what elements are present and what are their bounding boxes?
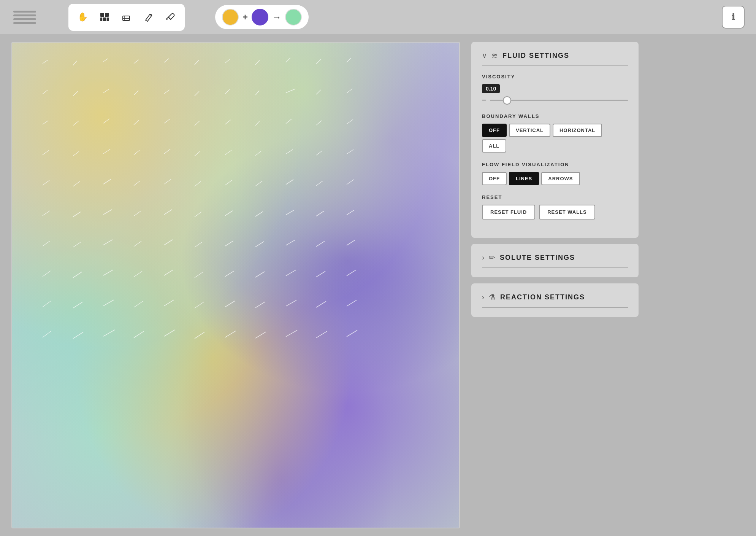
tool-group: ✋ xyxy=(68,4,185,31)
logo-waves xyxy=(13,11,36,24)
boundary-all-button[interactable]: ALL xyxy=(482,139,506,153)
boundary-walls-group: BOUNDARY WALLS OFF VERTICAL HORIZONTAL A… xyxy=(482,113,628,153)
pencil-icon xyxy=(144,12,154,22)
reaction-settings-header: › ⚗ REACTION SETTINGS xyxy=(482,293,628,308)
color2-circle[interactable] xyxy=(252,9,268,25)
viscosity-slider-container: − xyxy=(482,96,628,104)
boundary-vertical-button[interactable]: VERTICAL xyxy=(509,124,550,137)
wall-icon xyxy=(100,12,109,22)
solute-settings-icon: ✏ xyxy=(489,253,495,262)
eraser-tool-button[interactable] xyxy=(117,7,136,28)
boundary-walls-label: BOUNDARY WALLS xyxy=(482,113,628,119)
reaction-settings-icon: ⚗ xyxy=(489,293,496,302)
flow-field-buttons: OFF LINES ARROWS xyxy=(482,172,628,185)
svg-line-9 xyxy=(167,17,168,18)
flow-off-button[interactable]: OFF xyxy=(482,172,507,185)
right-panel: ∨ ≋ FLUID SETTINGS VISCOSITY 0.10 − BOUN… xyxy=(471,42,639,528)
reset-buttons: RESET FLUID RESET WALLS xyxy=(482,205,628,219)
pencil-tool-button[interactable] xyxy=(139,7,158,28)
fluid-settings-icon: ≋ xyxy=(491,51,498,60)
solute-settings-chevron[interactable]: › xyxy=(482,254,484,262)
color-plus-icon: + xyxy=(242,12,248,22)
canvas-container[interactable] xyxy=(11,42,460,528)
flow-lines-button[interactable]: LINES xyxy=(509,172,539,185)
reaction-settings-title: REACTION SETTINGS xyxy=(500,293,585,301)
viscosity-slider[interactable] xyxy=(490,100,628,101)
flow-field-label: FLOW FIELD VISUALIZATION xyxy=(482,162,628,167)
svg-rect-0 xyxy=(100,13,104,17)
eraser-icon xyxy=(122,12,132,22)
viscosity-value: 0.10 xyxy=(482,84,500,93)
viscosity-group: VISCOSITY 0.10 − xyxy=(482,74,628,104)
svg-rect-4 xyxy=(107,17,109,21)
reaction-settings-chevron[interactable]: › xyxy=(482,293,484,301)
fluid-settings-header: ∨ ≋ FLUID SETTINGS xyxy=(482,51,628,66)
reaction-settings-panel: › ⚗ REACTION SETTINGS xyxy=(471,283,639,317)
reset-label: RESET xyxy=(482,194,628,200)
flow-field-group: FLOW FIELD VISUALIZATION OFF LINES ARROW… xyxy=(482,162,628,185)
result-color-circle[interactable] xyxy=(285,9,302,25)
reaction-header-inner: › ⚗ REACTION SETTINGS xyxy=(482,293,628,308)
fluid-settings-title: FLUID SETTINGS xyxy=(502,52,569,60)
toolbar: ✋ xyxy=(0,0,756,34)
fluid-settings-panel: ∨ ≋ FLUID SETTINGS VISCOSITY 0.10 − BOUN… xyxy=(471,42,639,238)
solute-header-inner: › ✏ SOLUTE SETTINGS xyxy=(482,253,628,268)
app-logo xyxy=(11,6,38,29)
dropper-tool-button[interactable] xyxy=(161,7,180,28)
main-content: ∨ ≋ FLUID SETTINGS VISCOSITY 0.10 − BOUN… xyxy=(0,34,756,536)
svg-rect-2 xyxy=(103,17,106,21)
reset-group: RESET RESET FLUID RESET WALLS xyxy=(482,194,628,219)
color-arrow-icon: → xyxy=(272,12,281,22)
slider-minus-icon: − xyxy=(482,96,486,104)
svg-point-10 xyxy=(166,18,168,20)
solute-settings-panel: › ✏ SOLUTE SETTINGS xyxy=(471,244,639,277)
viscosity-label: VISCOSITY xyxy=(482,74,628,80)
solute-settings-header: › ✏ SOLUTE SETTINGS xyxy=(482,253,628,268)
boundary-walls-buttons: OFF VERTICAL HORIZONTAL ALL xyxy=(482,124,628,153)
wall-tool-button[interactable] xyxy=(95,7,114,28)
reset-walls-button[interactable]: RESET WALLS xyxy=(539,205,595,219)
flow-arrows-button[interactable]: ARROWS xyxy=(541,172,580,185)
fluid-canvas xyxy=(12,43,459,528)
fluid-gradient xyxy=(12,43,459,528)
hand-tool-button[interactable]: ✋ xyxy=(73,7,92,28)
color-group: + → xyxy=(215,5,309,29)
boundary-off-button[interactable]: OFF xyxy=(482,124,507,137)
info-button[interactable]: ℹ xyxy=(722,6,745,29)
reset-fluid-button[interactable]: RESET FLUID xyxy=(482,205,535,219)
dropper-icon xyxy=(166,12,176,22)
boundary-horizontal-button[interactable]: HORIZONTAL xyxy=(553,124,602,137)
solute-settings-title: SOLUTE SETTINGS xyxy=(500,254,575,262)
color1-circle[interactable] xyxy=(222,9,239,25)
svg-rect-3 xyxy=(100,17,102,21)
fluid-settings-chevron[interactable]: ∨ xyxy=(482,51,487,60)
svg-rect-1 xyxy=(105,13,109,17)
svg-line-11 xyxy=(168,17,171,19)
